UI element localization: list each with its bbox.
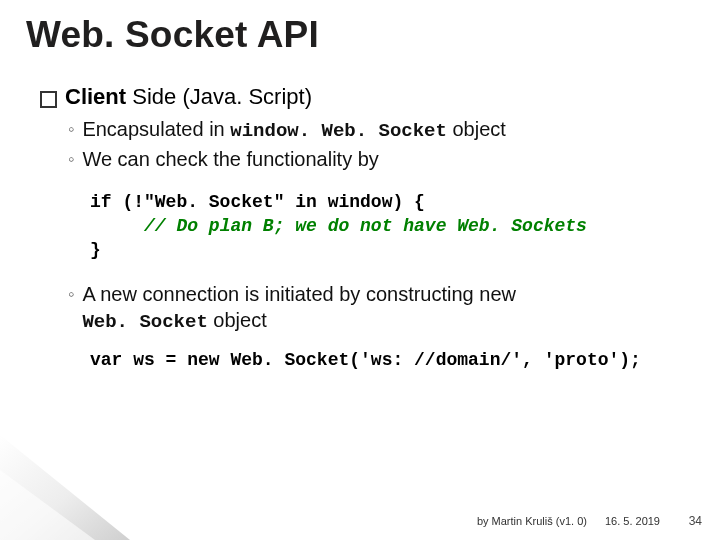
bullet-level2: ◦ Encapsulated in window. Web. Socket ob…	[68, 116, 700, 144]
sub-b: We can check the functionality by	[82, 146, 378, 172]
square-bullet-icon	[40, 91, 57, 108]
code-block-1: if (!"Web. Socket" in window) { // Do pl…	[90, 190, 700, 263]
bullet1-text: Client Side (Java. Script)	[65, 84, 312, 110]
svg-marker-1	[0, 470, 95, 540]
code-l1: if (!"Web. Socket" in window) {	[90, 192, 425, 212]
code-l2-comment: // Do plan B; we do not have Web. Socket…	[144, 216, 587, 236]
code-l2-indent	[90, 216, 144, 236]
code-l3: }	[90, 240, 101, 260]
bullet-level2: ◦ We can check the functionality by	[68, 146, 700, 172]
slide-number: 34	[678, 514, 702, 528]
bullet1-bold: Client	[65, 84, 126, 109]
content-area: Client Side (Java. Script) ◦ Encapsulate…	[40, 84, 700, 370]
sub-c: A new connection is initiated by constru…	[82, 281, 516, 335]
footer-date: 16. 5. 2019	[605, 515, 660, 527]
code-block-2: var ws = new Web. Socket('ws: //domain/'…	[90, 350, 700, 370]
sub-a: Encapsulated in window. Web. Socket obje…	[82, 116, 505, 144]
sub-a-code: window. Web. Socket	[230, 120, 447, 142]
bullet-level1: Client Side (Java. Script)	[40, 84, 700, 110]
circle-bullet-icon: ◦	[68, 148, 74, 171]
decorative-wedge	[0, 430, 140, 540]
slide-footer: by Martin Kruliš (v1. 0) 16. 5. 2019 34	[477, 514, 702, 528]
sub-a-prefix: Encapsulated in	[82, 118, 230, 140]
sub-a-suffix: object	[447, 118, 506, 140]
bullet1-rest: Side (Java. Script)	[126, 84, 312, 109]
svg-marker-0	[0, 435, 130, 540]
bullet-level2: ◦ A new connection is initiated by const…	[68, 281, 700, 335]
sub-c-line1: A new connection is initiated by constru…	[82, 283, 516, 305]
sub-c-code: Web. Socket	[82, 311, 207, 333]
circle-bullet-icon: ◦	[68, 283, 74, 306]
footer-author: by Martin Kruliš (v1. 0)	[477, 515, 587, 527]
slide-title: Web. Socket API	[26, 14, 319, 56]
circle-bullet-icon: ◦	[68, 118, 74, 141]
sub-c-suffix: object	[208, 309, 267, 331]
